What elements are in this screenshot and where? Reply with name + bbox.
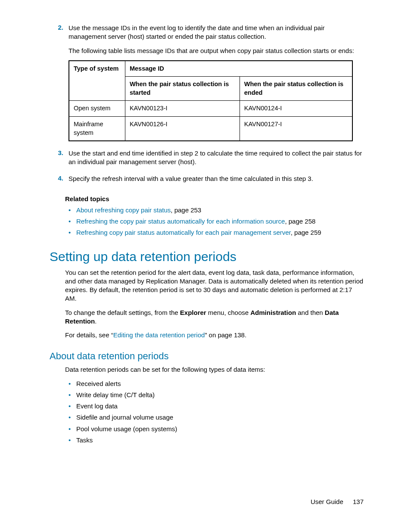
text-fragment: menu, choose xyxy=(206,309,251,316)
table-row: Mainframe system KAVN00126-I KAVN00127-I xyxy=(69,117,352,141)
cell-start: KAVN00123-I xyxy=(125,101,240,117)
footer-label: User Guide xyxy=(311,498,343,505)
list-item: Event log data xyxy=(65,402,364,411)
list-item: Tasks xyxy=(65,436,364,445)
text-fragment: For details, see “ xyxy=(65,331,113,339)
related-suffix: , page 258 xyxy=(285,218,315,225)
related-suffix: , page 259 xyxy=(291,229,321,236)
related-link[interactable]: Refreshing copy pair status automaticall… xyxy=(76,229,291,236)
related-link[interactable]: Refreshing the copy pair status automati… xyxy=(76,218,285,225)
step-number: 4. xyxy=(50,174,68,188)
step-4-text: Specify the refresh interval with a valu… xyxy=(68,174,364,183)
document-page: 2. Use the message IDs in the event log … xyxy=(0,0,411,445)
data-items-list: Received alerts Write delay time (C/T de… xyxy=(65,380,364,445)
related-suffix: , page 253 xyxy=(171,206,201,214)
heading-about-data-retention: About data retention periods xyxy=(50,351,364,362)
related-link[interactable]: About refreshing copy pair status xyxy=(76,206,171,214)
list-item: Received alerts xyxy=(65,380,364,388)
text-fragment: To change the default settings, from the xyxy=(65,309,180,316)
intro-para-1: You can set the retention period for the… xyxy=(65,268,364,303)
list-item: About refreshing copy pair status, page … xyxy=(65,206,364,215)
page-number: 137 xyxy=(353,498,364,505)
list-item: Write delay time (C/T delta) xyxy=(65,391,364,399)
cell-start: KAVN00126-I xyxy=(125,117,240,141)
col-header-started: When the pair status collection is start… xyxy=(125,77,240,101)
text-fragment: and then xyxy=(296,309,325,316)
page-footer: User Guide 137 xyxy=(311,498,364,505)
step-2-para-1: Use the message IDs in the event log to … xyxy=(68,24,364,41)
text-fragment: ” on page 138. xyxy=(205,331,246,339)
step-2: 2. Use the message IDs in the event log … xyxy=(50,24,364,146)
cell-type: Mainframe system xyxy=(69,117,125,141)
step-body: Specify the refresh interval with a valu… xyxy=(68,174,364,188)
message-id-table: Type of system Message ID When the pair … xyxy=(68,60,353,141)
col-header-ended: When the pair status collec­tion is ende… xyxy=(240,77,352,101)
related-topics-heading: Related topics xyxy=(65,195,364,202)
list-item: Pool volume usage (open systems) xyxy=(65,425,364,433)
step-number: 2. xyxy=(50,24,68,146)
table-header-row-1: Type of system Message ID xyxy=(69,61,352,77)
step-body: Use the message IDs in the event log to … xyxy=(68,24,364,146)
cell-end: KAVN00127-I xyxy=(240,117,352,141)
link-editing-data-retention[interactable]: Editing the data retention period xyxy=(113,331,205,339)
about-para: Data retention periods can be set for th… xyxy=(65,365,364,374)
step-3-text: Use the start and end time identified in… xyxy=(68,149,364,167)
step-2-para-2: The following table lists message IDs th… xyxy=(68,47,364,55)
step-3: 3. Use the start and end time identified… xyxy=(50,149,364,172)
menu-explorer: Explorer xyxy=(180,309,206,316)
cell-type: Open system xyxy=(69,101,125,117)
step-4: 4. Specify the refresh interval with a v… xyxy=(50,174,364,188)
numbered-steps: 2. Use the message IDs in the event log … xyxy=(50,24,364,188)
text-fragment: . xyxy=(95,317,97,325)
list-item: Refreshing the copy pair status automati… xyxy=(65,217,364,226)
intro-para-3: For details, see “Editing the data reten… xyxy=(65,331,364,339)
cell-end: KAVN00124-I xyxy=(240,101,352,117)
related-topics-list: About refreshing copy pair status, page … xyxy=(65,206,364,237)
intro-para-2: To change the default settings, from the… xyxy=(65,308,364,326)
col-header-type: Type of system xyxy=(69,61,125,101)
list-item: Sidefile and journal volume usage xyxy=(65,413,364,422)
heading-setting-up-data-retention: Setting up data retention periods xyxy=(50,249,364,264)
col-header-msgid: Message ID xyxy=(125,61,352,77)
step-body: Use the start and end time identified in… xyxy=(68,149,364,172)
table-row: Open system KAVN00123-I KAVN00124-I xyxy=(69,101,352,117)
list-item: Refreshing copy pair status automaticall… xyxy=(65,228,364,237)
menu-administration: Administration xyxy=(250,309,296,316)
step-number: 3. xyxy=(50,149,68,172)
